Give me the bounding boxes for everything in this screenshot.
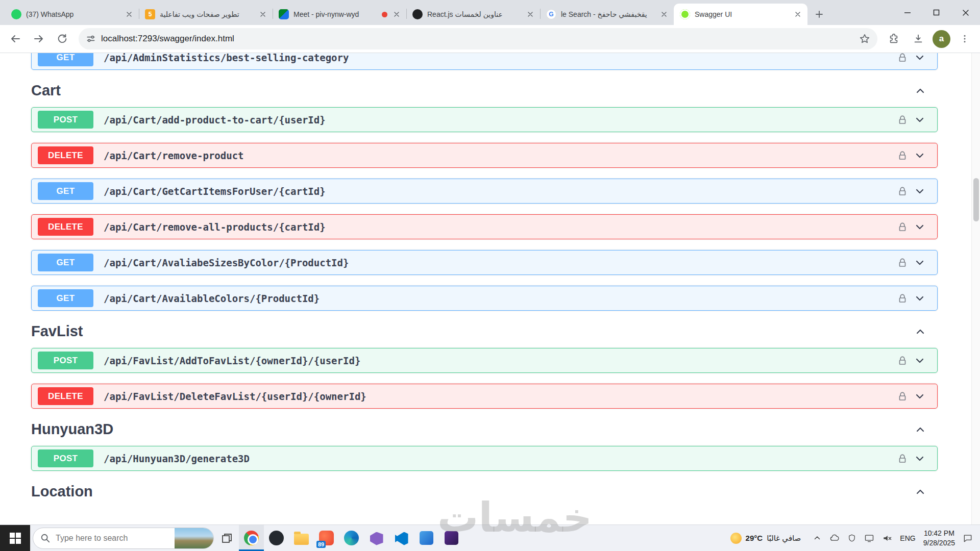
taskbar-app-visual-studio[interactable]: [364, 525, 389, 551]
bookmark-star-icon[interactable]: [859, 33, 870, 44]
endpoint-path: /api/Cart/AvaliabeSizesByColor/{ProductI…: [104, 257, 349, 268]
tab-close-icon[interactable]: [526, 10, 535, 19]
maximize-button[interactable]: [922, 0, 951, 25]
scrollbar-thumb[interactable]: [973, 178, 979, 221]
extensions-icon[interactable]: [884, 29, 904, 49]
section-header[interactable]: FavList: [31, 323, 938, 340]
taskbar-search[interactable]: [33, 528, 214, 549]
endpoint-row[interactable]: POST /api/FavList/AddToFavList/{ownerId}…: [31, 348, 938, 373]
endpoint-row[interactable]: DELETE /api/Cart/remove-product: [31, 143, 938, 168]
browser-tab[interactable]: G le Search - يقخبفشي حاحفخ: [540, 4, 674, 25]
chrome-icon: [244, 531, 259, 545]
chevron-up-icon[interactable]: [915, 86, 925, 96]
endpoint-row[interactable]: DELETE /api/Cart/remove-all-products/{ca…: [31, 214, 938, 239]
chevron-up-icon[interactable]: [915, 424, 925, 435]
auth-lock-icon[interactable]: [897, 454, 908, 464]
browser-tab[interactable]: 5 تطوير صفحات ويب تفاعلية: [139, 4, 273, 25]
close-window-button[interactable]: [951, 0, 980, 25]
section-header[interactable]: Cart: [31, 82, 938, 99]
auth-lock-icon[interactable]: [897, 356, 908, 366]
menu-icon[interactable]: [954, 29, 975, 49]
taskbar-app-dark-app[interactable]: [264, 525, 289, 551]
onedrive-cloud-icon[interactable]: [829, 533, 840, 543]
minimize-button[interactable]: [893, 0, 922, 25]
meet-favicon-icon: [279, 9, 289, 19]
chevron-down-icon[interactable]: [915, 391, 925, 402]
chevron-down-icon[interactable]: [915, 186, 925, 196]
endpoint-row[interactable]: POST /api/Hunyuan3D/generate3D: [31, 446, 938, 471]
auth-lock-icon[interactable]: [897, 258, 908, 268]
taskbar-app-file-explorer[interactable]: [289, 525, 314, 551]
action-center-icon[interactable]: [963, 533, 973, 543]
auth-lock-icon[interactable]: [897, 391, 908, 402]
task-view-button[interactable]: [214, 525, 239, 551]
taskbar-app-orange-app[interactable]: 89: [314, 525, 339, 551]
endpoint-row[interactable]: POST /api/Cart/add-product-to-cart/{user…: [31, 107, 938, 132]
section-header[interactable]: Hunyuan3D: [31, 421, 938, 438]
chevron-up-icon[interactable]: [915, 327, 925, 337]
chevron-down-icon[interactable]: [915, 151, 925, 161]
chevron-down-icon[interactable]: [915, 454, 925, 464]
tab-close-icon[interactable]: [125, 10, 134, 19]
api-section: Hunyuan3D POST /api/Hunyuan3D/generate3D: [31, 421, 938, 471]
chevron-down-icon[interactable]: [915, 293, 925, 304]
clock-time: 10:42 PM: [923, 529, 955, 538]
endpoint-row[interactable]: GET /api/Cart/AvailableColors/{ProductId…: [31, 286, 938, 311]
taskbar-app-chrome[interactable]: [239, 525, 264, 551]
language-indicator[interactable]: ENG: [900, 534, 915, 542]
method-badge: DELETE: [38, 218, 93, 236]
back-button[interactable]: [5, 29, 26, 49]
reload-button[interactable]: [52, 29, 72, 49]
section-title: Location: [31, 483, 93, 500]
auth-lock-icon[interactable]: [897, 151, 908, 161]
tab-close-icon[interactable]: [392, 10, 401, 19]
browser-tab[interactable]: React.js عناوين لخمسات: [406, 4, 540, 25]
address-bar[interactable]: localhost:7293/swagger/index.html: [79, 28, 877, 49]
tab-close-icon[interactable]: [793, 10, 802, 19]
new-tab-button[interactable]: [811, 6, 828, 23]
auth-lock-icon[interactable]: [897, 222, 908, 232]
weather-widget[interactable]: 29°C صافي غالبًا: [726, 525, 805, 551]
tab-title: le Search - يقخبفشي حاحفخ: [561, 10, 655, 18]
chevron-down-icon[interactable]: [915, 258, 925, 268]
chevron-up-icon[interactable]: [915, 487, 925, 497]
auth-lock-icon[interactable]: [897, 115, 908, 125]
endpoint-row[interactable]: GET /api/Cart/GetCartItemsForUser/{cartI…: [31, 179, 938, 204]
recording-icon: [382, 12, 387, 17]
profile-avatar[interactable]: a: [933, 30, 950, 48]
taskbar-app-blue-app[interactable]: [414, 525, 439, 551]
forward-button[interactable]: [29, 29, 49, 49]
download-icon[interactable]: [908, 29, 928, 49]
chevron-down-icon[interactable]: [915, 222, 925, 232]
browser-tab[interactable]: Meet - piv-nynw-wyd: [273, 4, 406, 25]
network-icon[interactable]: [864, 533, 874, 543]
chevron-down-icon[interactable]: [915, 53, 925, 63]
taskbar-app-vscode[interactable]: [389, 525, 414, 551]
chatgpt-favicon-icon: [412, 9, 423, 19]
endpoint-row[interactable]: GET /api/Cart/AvaliabeSizesByColor/{Prod…: [31, 250, 938, 275]
start-button[interactable]: [0, 525, 30, 551]
endpoint-row[interactable]: GET /api/AdminStatistics/best-selling-ca…: [31, 53, 938, 70]
clock[interactable]: 10:42 PM 9/28/2025: [923, 529, 955, 548]
volume-muted-icon[interactable]: [882, 533, 892, 543]
browser-tab[interactable]: Swagger UI: [674, 4, 807, 25]
tray-chevron-up-icon[interactable]: [813, 534, 822, 543]
taskbar-app-purple-app[interactable]: [439, 525, 464, 551]
auth-lock-icon[interactable]: [897, 53, 908, 63]
auth-lock-icon[interactable]: [897, 186, 908, 196]
taskbar-app-edge[interactable]: [339, 525, 364, 551]
browser-tab[interactable]: (37) WhatsApp: [5, 4, 139, 25]
scrollbar[interactable]: [971, 53, 980, 524]
site-info-icon[interactable]: [86, 34, 96, 44]
tab-close-icon[interactable]: [659, 10, 669, 19]
taskbar: 89 29°C صافي غالبًا ENG 10:42 PM 9/28/20…: [0, 524, 980, 551]
chevron-down-icon[interactable]: [915, 115, 925, 125]
search-input[interactable]: [56, 534, 175, 543]
section-header[interactable]: Location: [31, 483, 938, 500]
chevron-down-icon[interactable]: [915, 356, 925, 366]
search-highlight-image[interactable]: [175, 528, 213, 548]
tab-close-icon[interactable]: [258, 10, 267, 19]
endpoint-row[interactable]: DELETE /api/FavList/DeleteFavList/{userI…: [31, 384, 938, 409]
auth-lock-icon[interactable]: [897, 293, 908, 304]
security-shield-icon[interactable]: [847, 534, 856, 543]
